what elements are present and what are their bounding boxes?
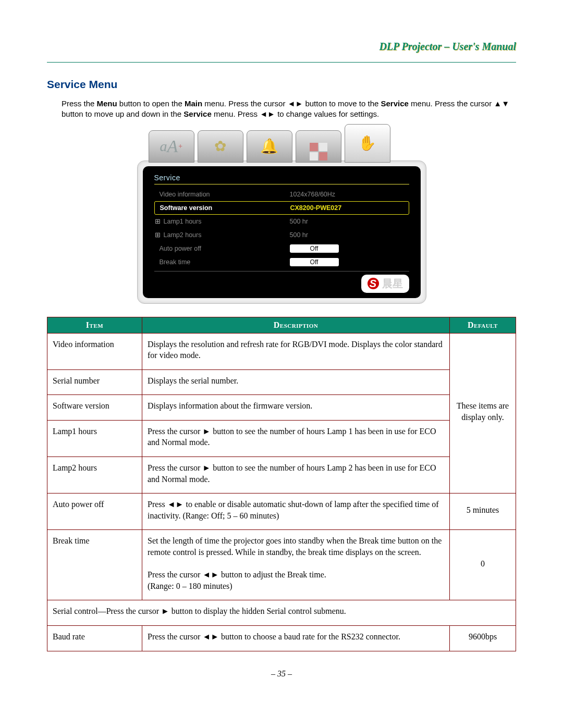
osd-tab-settings: ✿ (198, 130, 243, 163)
osd-row-lamp1: ⊞Lamp1 hours 500 hr (154, 215, 409, 228)
cell-desc: Displays the resolution and refresh rate… (142, 333, 450, 369)
osd-divider (154, 184, 409, 184)
section-heading: Service Menu (47, 78, 516, 91)
cell-desc: Press the cursor ► button to see the num… (142, 457, 450, 493)
osd-screenshot: aA+ ✿ 🔔 ✋ Service Video information 1024… (137, 130, 426, 304)
osd-label: Break time (154, 258, 269, 266)
osd-row-lamp2: ⊞Lamp2 hours 500 hr (154, 228, 409, 242)
intro-text: button to open the (117, 99, 185, 108)
cell-desc: Press the cursor ► button to see the num… (142, 420, 450, 456)
cell-item: Serial number (47, 369, 142, 395)
brand-swirl-icon: S (368, 278, 379, 289)
osd-value: Off (269, 258, 409, 266)
intro-text: menu. Press ◄► to change values for sett… (212, 109, 380, 118)
osd-value: 1024x768/60Hz (269, 191, 409, 198)
cell-item: Baud rate (47, 626, 142, 651)
table-row: Lamp1 hours Press the cursor ► button to… (47, 420, 516, 456)
osd-label: Auto power off (154, 245, 269, 252)
osd-frame: Service Video information 1024x768/60Hz … (137, 161, 426, 304)
table-row: Serial number Displays the serial number… (47, 369, 516, 395)
cell-default-displayonly: These items are display only. (450, 333, 516, 493)
osd-tab-font: aA+ (149, 130, 194, 163)
intro-text: Press the (62, 99, 97, 108)
osd-divider (154, 271, 409, 272)
table-header-row: Item Description Default (47, 317, 516, 333)
osd-tab-service-active: ✋ (345, 124, 390, 163)
intro-bold-service2: Service (183, 109, 211, 118)
intro-bold-main: Main (185, 99, 202, 108)
cell-item: Lamp1 hours (47, 420, 142, 456)
osd-pill: Off (290, 244, 339, 253)
th-default: Default (450, 317, 516, 333)
cell-default: 5 minutes (450, 493, 516, 530)
intro-bold-service: Service (381, 99, 409, 108)
osd-label: ⊞Lamp2 hours (154, 231, 269, 239)
osd-label: ⊞Lamp1 hours (154, 217, 269, 225)
osd-row-software-version-selected: Software version CX8200-PWE027 (154, 201, 409, 215)
expand-icon: ⊞ (154, 217, 162, 225)
cell-item: Software version (47, 395, 142, 421)
osd-label: Software version (155, 204, 270, 212)
cell-desc: Displays information about the firmware … (142, 395, 450, 421)
osd-pill: Off (290, 258, 339, 266)
cell-item: Break time (47, 530, 142, 600)
description-table: Item Description Default Video informati… (47, 317, 516, 651)
doc-header-title: DLP Projector – User's Manual (47, 41, 516, 53)
osd-brand-logo: S 晨星 (154, 275, 409, 293)
osd-tab-strip: aA+ ✿ 🔔 ✋ (137, 130, 426, 163)
cell-desc: Press ◄► to enable or disable automatic … (142, 493, 450, 530)
osd-label: Video information (154, 191, 269, 198)
table-row: Lamp2 hours Press the cursor ► button to… (47, 457, 516, 493)
cell-default: 0 (450, 530, 516, 600)
table-row-serial-note: Serial control—Press the cursor ► button… (47, 600, 516, 626)
brand-badge: S 晨星 (361, 275, 409, 293)
cell-item: Auto power off (47, 493, 142, 530)
osd-value: Off (269, 244, 409, 253)
osd-panel: Service Video information 1024x768/60Hz … (143, 166, 421, 298)
table-row: Break time Set the length of time the pr… (47, 530, 516, 600)
cell-desc: Press the cursor ◄► button to choose a b… (142, 626, 450, 651)
osd-tab-audio: 🔔 (247, 130, 292, 163)
cell-default: 9600bps (450, 626, 516, 651)
table-row: Auto power off Press ◄► to enable or dis… (47, 493, 516, 530)
header-rule (47, 62, 516, 63)
page-number: – 35 – (47, 669, 516, 678)
brand-text: 晨星 (382, 277, 403, 291)
manual-page: DLP Projector – User's Manual Service Me… (0, 0, 563, 728)
intro-text: menu. Press the cursor ◄► button to move… (202, 99, 381, 108)
th-desc: Description (142, 317, 450, 333)
table-row: Video information Displays the resolutio… (47, 333, 516, 369)
th-item: Item (47, 317, 142, 333)
intro-paragraph: Press the Menu button to open the Main m… (62, 98, 516, 120)
osd-title: Service (154, 174, 409, 182)
osd-value: 500 hr (269, 218, 409, 225)
table-row: Software version Displays information ab… (47, 395, 516, 421)
osd-row-auto-power: Auto power off Off (154, 242, 409, 255)
osd-row-break-time: Break time Off (154, 255, 409, 269)
osd-value: 500 hr (269, 231, 409, 239)
cell-item: Lamp2 hours (47, 457, 142, 493)
cell-serial-note: Serial control—Press the cursor ► button… (47, 600, 516, 626)
osd-value: CX8200-PWE027 (270, 204, 409, 212)
cell-desc: Set the length of time the projector goe… (142, 530, 450, 600)
cell-desc: Displays the serial number. (142, 369, 450, 395)
expand-icon: ⊞ (154, 231, 162, 239)
intro-bold-menu: Menu (97, 99, 117, 108)
table-row: Baud rate Press the cursor ◄► button to … (47, 626, 516, 651)
osd-tab-color (296, 130, 341, 163)
cell-item: Video information (47, 333, 142, 369)
osd-row-video-info: Video information 1024x768/60Hz (154, 188, 409, 201)
